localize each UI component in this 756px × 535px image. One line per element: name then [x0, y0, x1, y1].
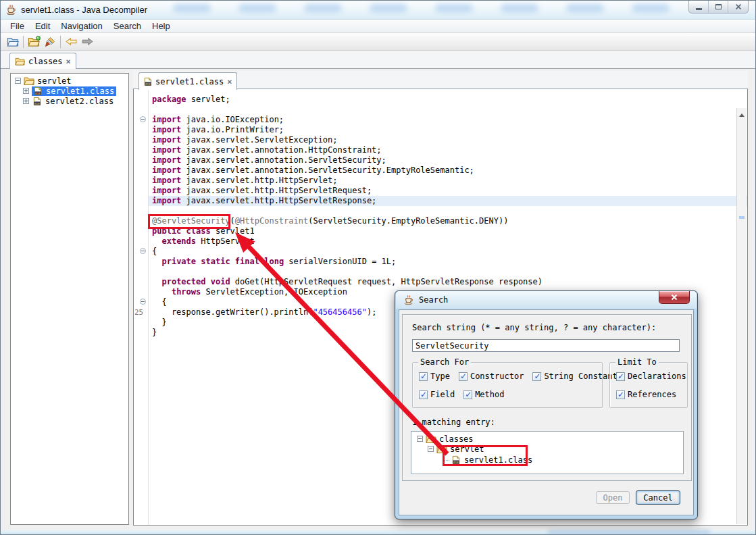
restore-button[interactable] — [709, 1, 728, 13]
menu-help[interactable]: Help — [147, 20, 176, 32]
result-item-label: classes — [439, 434, 474, 444]
tree-item-servlet[interactable]: servlet — [11, 76, 128, 86]
folder-icon — [436, 444, 447, 454]
open-type-hierarchy-button[interactable] — [26, 34, 42, 49]
expander-minus-icon[interactable] — [417, 436, 423, 442]
dialog-coffee-icon — [404, 295, 414, 305]
minimize-button[interactable] — [689, 1, 709, 13]
title-bar[interactable]: servlet1.class - Java Decompiler — [1, 1, 755, 20]
scroll-up-icon[interactable] — [737, 108, 747, 118]
overview-ruler-mark — [739, 216, 745, 219]
fold-collapse-icon[interactable] — [140, 299, 146, 305]
tree-connector — [443, 460, 449, 461]
code-line: package servlet; — [134, 95, 747, 105]
close-icon — [671, 294, 678, 301]
search-dialog: Search Search string (* = any string, ? … — [395, 290, 698, 519]
code-line: import javax.servlet.ServletException; — [134, 135, 747, 145]
checkbox-type[interactable]: Type — [419, 372, 450, 381]
bottom-ghost-artifact — [548, 530, 710, 534]
result-item-classes[interactable]: classes — [411, 434, 683, 444]
toolbar — [1, 33, 755, 51]
checkbox-icon — [616, 390, 625, 399]
close-button[interactable] — [728, 1, 748, 13]
code-line — [134, 267, 747, 277]
dialog-body: Search string (* = any string, ? = any c… — [399, 309, 694, 515]
menu-edit[interactable]: Edit — [30, 20, 55, 32]
folder-icon — [24, 76, 34, 86]
checkbox-references[interactable]: References — [616, 390, 676, 399]
checkbox-field[interactable]: Field — [419, 390, 455, 399]
checkbox-declarations[interactable]: Declarations — [616, 372, 686, 381]
dialog-title-bar[interactable]: Search — [396, 291, 697, 309]
result-item-label: servlet — [450, 444, 484, 454]
file-tree-panel: servlet servlet1.class servlet2.class — [10, 73, 129, 525]
code-line: @ServletSecurity(@HttpConstraint(Servlet… — [134, 216, 747, 226]
tab-classes[interactable]: classes ⨯ — [9, 53, 76, 70]
code-line: import javax.servlet.http.HttpServletRes… — [134, 196, 747, 206]
app-coffee-icon — [6, 5, 17, 16]
restore-icon — [715, 4, 722, 9]
tree-item-label: servlet — [37, 76, 72, 86]
folder-icon — [15, 57, 25, 66]
expander-minus-icon[interactable] — [428, 446, 434, 452]
minimize-icon — [696, 8, 702, 10]
class-file-icon — [32, 86, 43, 96]
menu-bar: File Edit Navigation Search Help — [1, 20, 755, 33]
open-button[interactable]: Open — [596, 491, 630, 504]
checkbox-icon — [419, 390, 428, 399]
result-item-servlet1-class[interactable]: servlet1.class — [411, 454, 683, 466]
checkbox-icon — [459, 372, 468, 381]
toolbar-separator — [23, 36, 24, 48]
code-line — [134, 206, 747, 216]
fold-collapse-icon[interactable] — [140, 116, 146, 122]
tree-item-servlet1-class[interactable]: servlet1.class — [11, 86, 128, 96]
menu-navigation[interactable]: Navigation — [55, 20, 107, 32]
window-controls — [688, 1, 749, 14]
code-line: import java.io.PrintWriter; — [134, 125, 747, 135]
result-item-label: servlet1.class — [464, 455, 532, 465]
class-file-icon — [32, 97, 43, 106]
forward-arrow-icon — [82, 37, 93, 46]
search-button[interactable] — [42, 34, 58, 49]
expander-plus-icon[interactable] — [23, 98, 29, 104]
editor-tab-label: servlet1.class — [155, 77, 224, 86]
selected-item-highlight: servlet1.class — [32, 86, 116, 96]
expander-minus-icon[interactable] — [15, 78, 21, 84]
tab-servlet1-class[interactable]: servlet1.class ⨯ — [138, 72, 237, 90]
dialog-close-button[interactable] — [659, 291, 690, 304]
close-icon — [735, 3, 742, 10]
expander-plus-icon[interactable] — [23, 88, 29, 94]
class-file-icon — [451, 455, 461, 465]
search-for-label: Search For — [418, 357, 471, 367]
search-brush-icon — [45, 36, 55, 47]
close-tab-icon[interactable]: ⨯ — [227, 78, 232, 85]
code-line: extends HttpServlet — [134, 236, 747, 247]
menu-search[interactable]: Search — [108, 20, 147, 32]
toolbar-separator — [60, 36, 61, 48]
result-item-servlet[interactable]: servlet — [411, 444, 683, 454]
search-input[interactable] — [412, 339, 680, 352]
dialog-title: Search — [419, 295, 448, 305]
navigate-back-button[interactable] — [63, 34, 79, 49]
checkbox-string-constant[interactable]: String Constant — [532, 372, 617, 381]
line-number: 25 — [134, 307, 149, 317]
back-arrow-icon — [66, 37, 77, 46]
fold-collapse-icon[interactable] — [140, 248, 146, 254]
code-line: import java.io.IOException; — [134, 115, 747, 125]
tree-item-label: servlet1.class — [46, 86, 114, 96]
checkbox-icon — [463, 390, 472, 399]
open-file-button[interactable] — [5, 34, 21, 49]
open-folder-icon — [7, 37, 19, 47]
cancel-button[interactable]: Cancel — [636, 490, 680, 505]
tree-item-servlet2-class[interactable]: servlet2.class — [11, 96, 128, 106]
checkbox-method[interactable]: Method — [463, 390, 504, 399]
navigate-forward-button[interactable] — [79, 34, 95, 49]
checkbox-icon — [616, 372, 625, 381]
tab-classes-label: classes — [28, 57, 63, 66]
checkbox-constructor[interactable]: Constructor — [459, 372, 524, 381]
menu-file[interactable]: File — [5, 20, 30, 32]
close-tab-icon[interactable]: ⨯ — [66, 58, 71, 65]
code-line: import javax.servlet.annotation.ServletS… — [134, 155, 747, 165]
limit-to-group: Limit To Declarations References — [609, 362, 688, 408]
vertical-scrollbar[interactable] — [736, 108, 747, 524]
